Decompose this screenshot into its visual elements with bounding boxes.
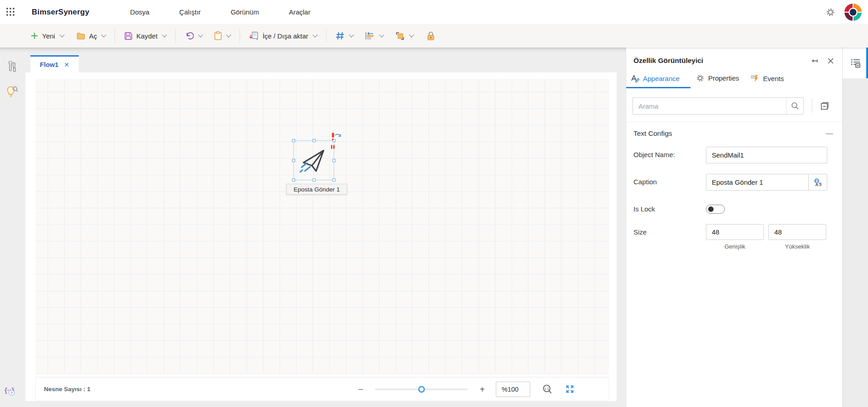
tab-close-icon[interactable]: ✕ [64,62,69,68]
app-launcher-icon[interactable] [6,8,15,17]
width-sublabel: Genişlik [724,243,745,250]
plus-icon [30,32,38,40]
zoom-actual-size-icon[interactable]: 1:1 [542,384,553,395]
zoom-slider[interactable] [375,388,468,390]
user-avatar[interactable] [844,4,862,21]
is-lock-label: Is Lock [633,201,706,214]
svg-text:1:1: 1:1 [544,387,549,391]
folder-icon [77,32,86,40]
zoom-out-button[interactable]: − [358,385,364,394]
tab-properties[interactable]: Properties [691,74,744,88]
width-input[interactable] [706,224,764,240]
resize-handle-s[interactable] [312,178,316,182]
tab-flow1[interactable]: Flow1 ✕ [30,55,79,72]
tab-events-label: Events [763,75,784,82]
chevron-down-icon [226,32,231,37]
settings-gear-icon[interactable] [825,7,835,17]
anchor-marker [331,145,335,149]
zoom-in-button[interactable]: + [480,385,485,394]
undo-icon [185,31,194,40]
resize-handle-sw[interactable] [292,178,295,182]
question-mark-icon: ? [9,390,14,396]
svg-text:A: A [815,182,819,187]
toggle-knob [708,206,714,212]
import-export-button[interactable]: İçe / Dışa aktar [249,31,317,40]
toolbar-separator [175,29,176,43]
import-export-icon [249,31,259,40]
group-button[interactable] [395,31,413,41]
section-collapse-icon[interactable]: — [826,130,833,137]
tab-appearance-label: Appearance [643,75,680,82]
lock-button[interactable] [427,31,435,41]
height-sublabel: Yükseklik [785,243,810,250]
chevron-down-icon [101,32,106,37]
clipboard-icon [214,31,222,40]
panel-title: Özellik Görüntüleyici [633,57,703,65]
is-lock-toggle[interactable] [706,205,725,214]
properties-gear-icon [696,74,705,82]
align-button[interactable] [365,31,384,40]
resize-handle-nw[interactable] [292,139,295,142]
section-text-configs[interactable]: Text Configs — [626,122,842,147]
right-rail [842,48,868,407]
rotate-arrow-icon[interactable] [334,132,344,143]
height-input[interactable] [768,224,826,240]
zoom-percent-value[interactable]: %100 [496,382,530,397]
chevron-down-icon [379,32,384,37]
search-input[interactable] [633,98,786,114]
object-name-input[interactable] [706,147,827,163]
chevron-down-icon [162,32,167,37]
zoom-slider-knob[interactable] [418,386,425,393]
close-panel-icon[interactable] [827,57,834,64]
object-name-label: Object Name: [633,147,706,163]
tab-properties-label: Properties [708,74,739,82]
menu-araclar[interactable]: Araçlar [289,8,311,16]
caption-label: Caption [633,174,706,191]
resize-handle-se[interactable] [332,178,336,182]
field-caption: Caption A [626,174,842,191]
menu-calistir[interactable]: Çalıştır [179,8,201,16]
selected-node-sendmail[interactable] [293,140,334,180]
resize-handle-w[interactable] [292,159,295,162]
grid-toggle-button[interactable] [336,31,353,40]
chevron-down-icon [409,32,414,37]
save-label: Kaydet [136,32,158,40]
script-help-icon[interactable]: {··}? [5,386,14,394]
sendmail-paperplane-icon [299,144,329,178]
menu-gorunum[interactable]: Görünüm [230,8,259,16]
floppy-icon [124,32,133,40]
fit-to-screen-icon[interactable] [565,384,575,394]
translate-globe-icon[interactable]: A [808,174,827,190]
save-button[interactable]: Kaydet [124,32,166,40]
tab-appearance[interactable]: Appearance [626,74,691,88]
chevron-down-icon [59,32,64,37]
events-icon [750,74,759,82]
chevron-down-icon [198,32,203,37]
import-export-label: İçe / Dışa aktar [263,32,308,40]
chevron-down-icon [312,32,317,37]
resize-handle-e[interactable] [332,159,336,162]
chevron-down-icon [349,32,354,37]
undo-button[interactable] [185,31,202,40]
new-button[interactable]: Yeni [30,32,64,40]
caption-input[interactable] [706,174,808,190]
paste-button[interactable] [214,31,230,40]
tab-events[interactable]: Events [744,74,789,88]
open-button[interactable]: Aç [77,32,106,40]
panel-tab-bar: Appearance Properties Events [626,74,842,88]
toolbox-icon[interactable] [6,61,18,76]
collapse-all-icon[interactable] [820,101,830,111]
flow-canvas[interactable]: Eposta Gönder 1 [35,79,609,374]
property-list-panel-toggle[interactable] [843,48,868,78]
search-icon[interactable] [786,98,803,114]
menu-bar: Dosya Çalıştır Görünüm Araçlar [130,8,310,16]
top-bar: BimserSynergy Dosya Çalıştır Görünüm Ara… [0,0,868,24]
new-label: Yeni [42,32,55,40]
discover-bulb-icon[interactable] [6,86,19,101]
toolbar-separator [240,29,240,43]
field-is-lock: Is Lock [626,201,842,214]
resize-handle-n[interactable] [312,139,316,142]
menu-dosya[interactable]: Dosya [130,8,149,16]
pin-icon[interactable] [810,57,818,65]
grid-icon [336,31,345,40]
